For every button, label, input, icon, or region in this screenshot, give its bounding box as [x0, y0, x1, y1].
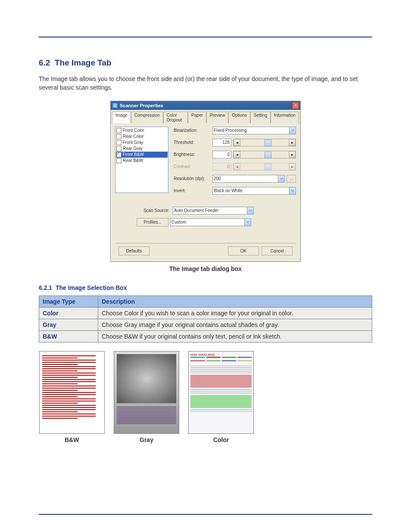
ok-button[interactable]: OK — [228, 246, 259, 255]
brightness-value[interactable]: 0 — [212, 151, 231, 159]
sample-bw-image — [39, 351, 105, 434]
sample-bw: B&W — [39, 351, 105, 443]
sample-gray-label: Gray — [140, 436, 153, 443]
chevron-down-icon — [289, 127, 296, 134]
list-item: Front Color — [116, 128, 168, 134]
tab-options[interactable]: Options — [228, 112, 250, 123]
table-row: Color Choose Color if you wish to scan a… — [39, 307, 372, 319]
invert-combo[interactable]: Black on White — [212, 187, 296, 195]
checkbox-icon[interactable] — [116, 158, 121, 163]
tab-paper[interactable]: Paper — [188, 112, 206, 123]
slider-right-icon: ▸ — [289, 163, 296, 170]
dialog-footer: Defaults OK Cancel — [115, 243, 296, 259]
scanner-properties-dialog: 🖨 Scanner Properties × Image Compression… — [110, 101, 301, 262]
threshold-label: Threshold: — [174, 140, 212, 145]
chevron-down-icon — [247, 207, 253, 214]
tab-image[interactable]: Image — [112, 112, 131, 123]
table-type-cell: B&W — [39, 330, 98, 342]
sample-gray: Gray — [113, 351, 179, 443]
list-item-label: Front Color — [123, 128, 144, 133]
checkbox-icon[interactable] — [116, 152, 121, 157]
table-desc-cell: Choose Gray image if your original conta… — [98, 319, 372, 330]
checkbox-icon[interactable] — [116, 146, 121, 151]
subsection-name: The Image Selection Box — [56, 284, 127, 291]
scan-source-combo[interactable]: Auto Document Feeder — [173, 207, 254, 215]
defaults-button[interactable]: Defaults — [118, 246, 149, 255]
contrast-value: 0 — [212, 163, 231, 171]
table-header: Image Type — [39, 296, 98, 307]
app-icon: 🖨 — [112, 103, 118, 109]
tab-compression[interactable]: Compression — [131, 112, 163, 123]
tab-information[interactable]: Information — [271, 112, 299, 123]
slider-left-icon[interactable]: ◂ — [234, 139, 240, 146]
list-item-label: Rear Gray — [123, 146, 143, 151]
list-item-label: Rear Color — [123, 134, 143, 139]
sample-color-image: ▮▮▮▮ ▮▮▮▮▮ ▮▮▮▮ — [188, 351, 254, 434]
chevron-down-icon — [244, 219, 251, 226]
tab-strip: Image Compression Color Dropout Paper Pr… — [111, 110, 300, 123]
table-type-cell: Color — [39, 307, 98, 319]
slider-right-icon[interactable]: ▸ — [289, 151, 296, 158]
binarization-combo[interactable]: Fixed Processing — [212, 127, 296, 134]
checkbox-icon[interactable] — [116, 140, 121, 145]
slider-thumb — [265, 164, 271, 171]
section-intro: The Image tab allows you to choose the f… — [39, 75, 372, 92]
top-rule — [39, 37, 372, 37]
scan-source-label: Scan Source: — [115, 208, 173, 213]
brightness-label: Brightness: — [174, 152, 212, 157]
combo-value-label: Fixed Processing — [214, 128, 247, 133]
image-side-list[interactable]: Front Color Rear Color Front Gray Rear G… — [115, 127, 168, 193]
slider-thumb[interactable] — [265, 140, 271, 146]
list-item-label: Rear B&W — [123, 158, 143, 163]
section-title: 6.2 The Image Tab — [39, 58, 372, 68]
dialog-titlebar: 🖨 Scanner Properties × — [111, 101, 300, 110]
table-desc-cell: Choose Color if you wish to scan a color… — [98, 307, 372, 319]
table-desc-cell: Choose B&W if your original contains onl… — [98, 330, 372, 342]
contrast-slider: ◂ ▸ — [233, 163, 296, 171]
tab-setting[interactable]: Setting — [250, 112, 271, 123]
section-name: The Image Tab — [55, 58, 112, 67]
tab-color-dropout[interactable]: Color Dropout — [163, 112, 188, 123]
checkbox-icon[interactable] — [116, 128, 121, 133]
slider-thumb[interactable] — [265, 152, 271, 159]
list-item: Front Gray — [116, 140, 168, 146]
slider-left-icon: ◂ — [234, 163, 240, 170]
resolution-label: Resolution (dpi): — [174, 176, 212, 181]
list-item: Rear B&W — [116, 158, 168, 164]
sample-bw-label: B&W — [65, 436, 79, 443]
brightness-slider[interactable]: ◂ ▸ — [233, 151, 296, 159]
list-item-label: Front B&W — [123, 152, 144, 157]
combo-value-label: Black on White — [214, 188, 243, 193]
profiles-combo[interactable]: Custom — [170, 218, 251, 226]
slider-right-icon[interactable]: ▸ — [289, 139, 296, 146]
close-icon[interactable]: × — [292, 102, 299, 109]
table-header: Description — [98, 296, 372, 307]
invert-label: Invert: — [174, 188, 212, 193]
image-type-table: Image Type Description Color Choose Colo… — [39, 296, 372, 342]
profiles-button[interactable]: Profiles... — [137, 218, 168, 227]
checkbox-icon[interactable] — [116, 134, 121, 139]
list-item-label: Front Gray — [123, 140, 143, 145]
subsection-title: 6.2.1 The Image Selection Box — [39, 284, 372, 291]
threshold-value[interactable]: 128 — [212, 139, 231, 146]
resolution-more-button[interactable]: ... — [286, 175, 296, 183]
combo-value-label: Auto Document Feeder — [174, 208, 218, 213]
cancel-button[interactable]: Cancel — [262, 246, 293, 255]
chevron-down-icon — [289, 187, 296, 194]
section-number: 6.2 — [39, 58, 50, 67]
table-type-cell: Gray — [39, 319, 98, 330]
list-item: Front B&W — [116, 152, 168, 158]
sample-color: ▮▮▮▮ ▮▮▮▮▮ ▮▮▮▮ Col — [188, 351, 254, 443]
subsection-number: 6.2.1 — [39, 284, 52, 291]
slider-left-icon[interactable]: ◂ — [234, 151, 240, 158]
tab-preview[interactable]: Preview — [206, 112, 229, 123]
bottom-rule — [39, 514, 372, 515]
binarization-label: Binarization: — [174, 128, 212, 133]
combo-value-label: 200 — [214, 176, 221, 181]
threshold-slider[interactable]: ◂ ▸ — [233, 139, 296, 146]
sample-gray-image — [114, 351, 179, 434]
dialog-title: Scanner Properties — [120, 103, 292, 108]
sample-color-label: Color — [213, 436, 229, 443]
resolution-combo[interactable]: 200 — [212, 175, 285, 183]
contrast-label: Contrast: — [174, 164, 212, 169]
